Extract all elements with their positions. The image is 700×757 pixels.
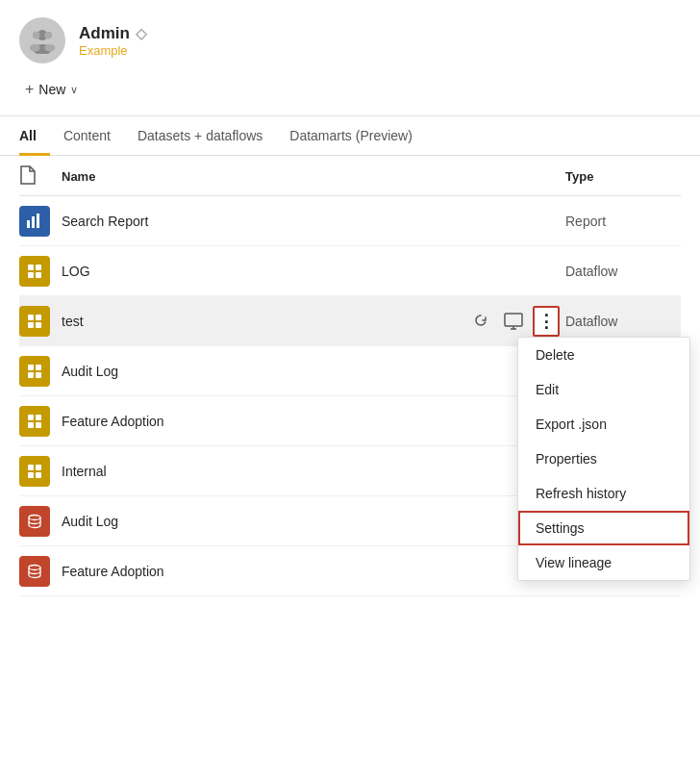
svg-rect-32	[28, 472, 34, 478]
tab-content[interactable]: Content	[50, 116, 124, 156]
col-name-header: Name	[62, 169, 565, 184]
svg-rect-25	[36, 372, 41, 378]
svg-rect-23	[36, 365, 41, 370]
file-icon	[19, 165, 37, 185]
tab-all[interactable]: All	[19, 116, 50, 156]
svg-point-5	[44, 44, 55, 52]
tab-datasets[interactable]: Datasets + dataflows	[124, 116, 276, 156]
item-type: Report	[565, 214, 681, 229]
row-icon-col	[19, 306, 62, 337]
table-row: LOG Dataflow	[19, 246, 681, 296]
svg-rect-9	[28, 265, 34, 270]
svg-rect-11	[28, 272, 34, 278]
item-name-col: test	[62, 314, 467, 329]
dataflow-icon	[19, 456, 50, 487]
database-icon	[19, 556, 50, 587]
svg-point-4	[30, 44, 40, 52]
workspace-name: Admin ◇	[79, 24, 147, 43]
workspace-subtitle: Example	[79, 43, 147, 58]
database-icon	[19, 506, 50, 537]
ctx-lineage[interactable]: View lineage	[518, 545, 689, 580]
item-name: Audit Log	[62, 364, 118, 379]
ctx-edit[interactable]: Edit	[518, 372, 689, 407]
row-icon-col	[19, 456, 62, 487]
tab-datamarts[interactable]: Datamarts (Preview)	[276, 116, 426, 156]
svg-rect-26	[28, 415, 34, 420]
new-label: New	[38, 82, 65, 97]
item-name-col: Feature Adoption	[62, 414, 565, 429]
svg-rect-19	[505, 314, 522, 326]
dataflow-icon	[19, 406, 50, 437]
ctx-properties[interactable]: Properties	[518, 442, 689, 476]
svg-rect-27	[36, 415, 41, 420]
svg-rect-33	[36, 472, 41, 478]
svg-rect-7	[32, 216, 35, 228]
dataflow-icon	[19, 356, 50, 387]
row-icon-col	[19, 206, 62, 237]
item-name-col: Feature Adoption	[62, 564, 565, 579]
row-icon-col	[19, 506, 62, 537]
ctx-settings[interactable]: Settings	[518, 511, 689, 545]
item-name: Audit Log	[62, 514, 118, 529]
ctx-refresh[interactable]: Refresh history	[518, 476, 689, 511]
svg-point-3	[44, 32, 52, 39]
svg-rect-16	[36, 315, 41, 320]
item-name: Feature Adoption	[62, 414, 164, 429]
item-name: test	[62, 314, 84, 329]
content-table: Name Type Search Report Report	[0, 156, 700, 596]
item-type: Dataflow	[565, 264, 681, 279]
item-name: Feature Adoption	[62, 564, 164, 579]
svg-rect-8	[37, 214, 39, 228]
toolbar: + New ∨	[0, 77, 700, 116]
avatar	[19, 17, 65, 63]
tabs-bar: All Content Datasets + dataflows Datamar…	[0, 116, 700, 156]
svg-rect-24	[28, 372, 34, 378]
more-options-button[interactable]: ⋮	[533, 306, 560, 337]
ctx-delete[interactable]: Delete	[518, 338, 689, 372]
monitor-button[interactable]	[500, 308, 527, 335]
new-button[interactable]: + New ∨	[19, 77, 84, 102]
row-icon-col	[19, 556, 62, 587]
item-name: Search Report	[62, 214, 148, 229]
svg-rect-18	[36, 322, 41, 328]
svg-rect-31	[36, 465, 41, 470]
diamond-icon: ◇	[136, 25, 147, 42]
col-type-header: Type	[565, 169, 681, 184]
item-type: Dataflow	[565, 314, 681, 329]
row-icon-col	[19, 406, 62, 437]
row-icon-col	[19, 356, 62, 387]
row-actions: ⋮	[467, 306, 560, 337]
item-name: Internal	[62, 464, 107, 479]
context-menu: Delete Edit Export .json Properties Refr…	[517, 337, 690, 581]
table-header: Name Type	[19, 156, 681, 196]
table-row: test ⋮ Dataflow	[19, 296, 681, 346]
item-name: LOG	[62, 264, 90, 279]
svg-rect-30	[28, 465, 34, 470]
svg-point-34	[29, 515, 40, 519]
svg-rect-10	[36, 265, 41, 270]
plus-icon: +	[25, 81, 34, 98]
item-name-col: Internal	[62, 464, 565, 479]
item-name-col: Search Report	[62, 214, 565, 229]
svg-rect-12	[36, 272, 41, 278]
header-info: Admin ◇ Example	[79, 24, 147, 58]
chevron-down-icon: ∨	[70, 84, 78, 96]
header: Admin ◇ Example	[0, 0, 700, 77]
name-text: Admin	[79, 24, 130, 43]
svg-rect-6	[27, 220, 30, 228]
svg-rect-15	[28, 315, 34, 320]
col-icon-header	[19, 165, 62, 188]
svg-point-35	[29, 565, 40, 569]
svg-rect-29	[36, 422, 41, 428]
dataflow-icon	[19, 306, 50, 337]
dataflow-icon	[19, 256, 50, 287]
row-icon-col	[19, 256, 62, 287]
item-name-col: LOG	[62, 264, 565, 279]
svg-rect-22	[28, 365, 34, 370]
svg-point-2	[33, 32, 40, 39]
item-name-col: Audit Log	[62, 514, 565, 529]
ctx-export[interactable]: Export .json	[518, 407, 689, 442]
svg-rect-28	[28, 422, 34, 428]
refresh-button[interactable]	[467, 308, 494, 335]
item-name-col: Audit Log	[62, 364, 565, 379]
